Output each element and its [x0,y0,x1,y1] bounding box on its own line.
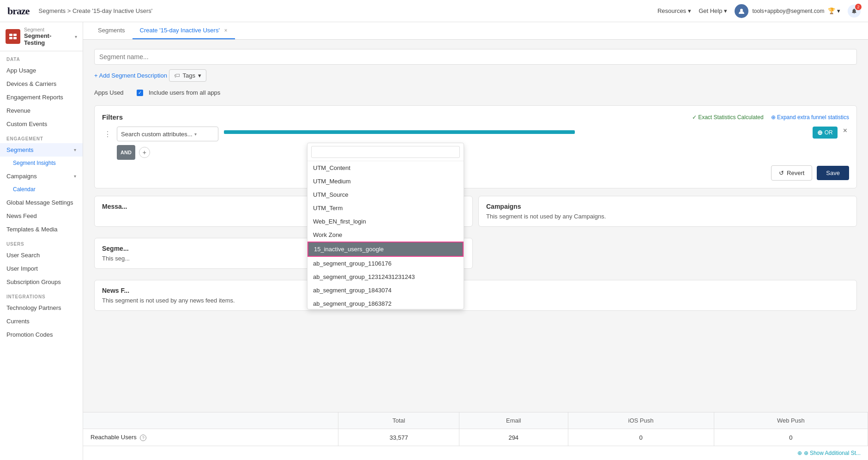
filters-title: Filters [102,113,123,121]
sidebar-item-revenue[interactable]: Revenue [0,104,83,117]
action-buttons: ↺ Revert Save [102,165,849,181]
filter-remove-icon[interactable]: × [841,127,849,135]
sidebar-item-devices-carriers[interactable]: Devices & Carriers [0,77,83,91]
row-email: 294 [459,429,568,446]
show-additional-stats[interactable]: ⊕ ⊕ Show Additional St... [83,446,868,460]
filters-section: Filters ✓ Exact Statistics Calculated ⊕ … [94,105,857,188]
engagement-section-header: ENGAGEMENT [0,131,83,143]
segments-arrow-icon: ▾ [74,147,76,152]
col-header-email: Email [459,412,568,429]
save-button[interactable]: Save [817,166,849,180]
filter-dropdown-chevron-icon: ▾ [194,132,197,137]
workspace-header[interactable]: Segment Segment-Testing ▾ [0,22,83,51]
dropdown-search-input[interactable] [311,146,460,158]
revert-icon: ↺ [779,169,784,176]
tags-chevron-icon: ▾ [198,72,201,79]
filters-actions: ✓ Exact Statistics Calculated ⊕ Expand e… [692,114,849,121]
notification-button[interactable]: 2 [848,5,861,18]
col-header-label [83,412,338,429]
campaigns-desc: This segment is not used by any Campaign… [486,213,849,220]
news-feed-desc: This segment is not used by any news fee… [102,297,849,304]
bottom-table-container: Total Email iOS Push Web Push Reachable … [83,412,868,460]
workspace-logo [6,29,20,44]
sidebar-item-promotion-codes[interactable]: Promotion Codes [0,328,83,341]
integrations-section-header: INTEGRATIONS [0,289,83,301]
dropdown-item-utm-content[interactable]: UTM_Content [307,161,464,175]
dropdown-item-utm-medium[interactable]: UTM_Medium [307,175,464,188]
campaigns-section: Campaigns This segment is not used by an… [478,196,857,227]
tags-button[interactable]: 🏷 Tags ▾ [169,69,206,82]
dropdown-item-15-inactive[interactable]: 15_inactive_users_google [307,242,464,257]
dropdown-item-work-zone[interactable]: Work Zone [307,228,464,242]
col-header-web-push: Web Push [714,412,868,429]
sidebar-item-technology-partners[interactable]: Technology Partners [0,301,83,315]
reachable-users-table: Total Email iOS Push Web Push Reachable … [83,412,868,446]
filter-teal-bar [224,130,575,134]
row-total: 33,577 [338,429,459,446]
svg-rect-1 [9,34,12,36]
include-users-label: Include users from all apps [149,89,220,96]
dropdown-item-ab-1106176[interactable]: ab_segment_group_1106176 [307,257,464,270]
sidebar-item-engagement-reports[interactable]: Engagement Reports [0,91,83,104]
tabs-bar: Segments Create '15-day Inactive Users' … [83,22,868,40]
sidebar-item-currents[interactable]: Currents [0,315,83,328]
sidebar-item-custom-events[interactable]: Custom Events [0,117,83,131]
tags-icon: 🏷 [174,72,180,79]
add-description-link[interactable]: + Add Segment Description [94,72,167,79]
dropdown-item-ab-1843074[interactable]: ab_segment_group_1843074 [307,284,464,297]
expand-funnel-link[interactable]: ⊕ Expand extra funnel statistics [771,114,849,121]
sidebar-item-user-search[interactable]: User Search [0,248,83,262]
resources-nav[interactable]: Resources ▾ [657,7,691,14]
dropdown-list: UTM_Content UTM_Medium UTM_Source UTM_Te… [307,161,464,309]
two-col-info: Messa... Campaigns This segment is not u… [94,196,857,232]
segment-name-input[interactable] [94,49,857,65]
apps-used-label: Apps Used [94,89,131,96]
or-button[interactable]: ⊕ OR [813,127,838,139]
and-badge[interactable]: AND [117,145,135,160]
campaigns-arrow-icon: ▾ [74,174,76,179]
sidebar-item-campaigns[interactable]: Campaigns ▾ [0,169,83,183]
include-all-apps-checkbox[interactable]: ✓ [137,90,143,96]
row-ios-push: 0 [568,429,714,446]
filter-and-row: AND + [102,145,849,160]
sidebar: Segment Segment-Testing ▾ DATA App Usage… [0,22,83,460]
user-menu[interactable]: tools+appboy@segment.com 🏆 ▾ [735,4,840,18]
get-help-nav[interactable]: Get Help ▾ [699,7,727,14]
sidebar-item-segments[interactable]: Segments ▾ [0,143,83,157]
show-additional-icon: ⊕ [797,450,802,456]
users-section-header: USERS [0,236,83,248]
notification-count: 2 [855,4,862,10]
workspace-name-label: Segment [24,27,71,32]
sidebar-item-templates-media[interactable]: Templates & Media [0,223,83,236]
dropdown-item-ab-1863872[interactable]: ab_segment_group_1863872 [307,297,464,309]
revert-button[interactable]: ↺ Revert [771,165,812,181]
sidebar-item-subscription-groups[interactable]: Subscription Groups [0,275,83,289]
sidebar-item-segment-insights[interactable]: Segment Insights [0,157,83,169]
tab-create-segment[interactable]: Create '15-day Inactive Users' × [133,22,235,39]
reachable-users-info-icon[interactable]: ? [140,435,146,441]
top-nav-right: Resources ▾ Get Help ▾ tools+appboy@segm… [657,4,861,18]
dropdown-item-utm-term[interactable]: UTM_Term [307,201,464,215]
tab-segments[interactable]: Segments [90,22,133,39]
workspace-title-label: Segment-Testing [24,32,71,46]
table-row: Reachable Users ? 33,577 294 0 0 [83,429,868,446]
dropdown-item-utm-source[interactable]: UTM_Source [307,188,464,201]
braze-logo: braze [7,5,30,17]
sidebar-item-global-message[interactable]: Global Message Settings [0,196,83,209]
filter-drag-handle[interactable]: ⋮ [102,127,113,141]
row-label-reachable-users: Reachable Users ? [83,429,338,446]
filters-header: Filters ✓ Exact Statistics Calculated ⊕ … [102,113,849,121]
tab-close-icon[interactable]: × [224,27,228,34]
filter-search-dropdown[interactable]: Search custom attributes... ▾ [117,127,218,141]
sidebar-item-user-import[interactable]: User Import [0,262,83,275]
dropdown-item-web-en[interactable]: Web_EN_first_login [307,215,464,228]
add-filter-button[interactable]: + [139,147,150,158]
sidebar-item-news-feed[interactable]: News Feed [0,209,83,223]
row-web-push: 0 [714,429,868,446]
data-section-header: DATA [0,51,83,64]
dropdown-item-ab-12312431231243[interactable]: ab_segment_group_12312431231243 [307,270,464,284]
sidebar-item-app-usage[interactable]: App Usage [0,64,83,77]
attribute-dropdown: UTM_Content UTM_Medium UTM_Source UTM_Te… [307,143,464,309]
sidebar-item-calendar[interactable]: Calendar [0,183,83,196]
main-layout: Segment Segment-Testing ▾ DATA App Usage… [0,22,868,460]
